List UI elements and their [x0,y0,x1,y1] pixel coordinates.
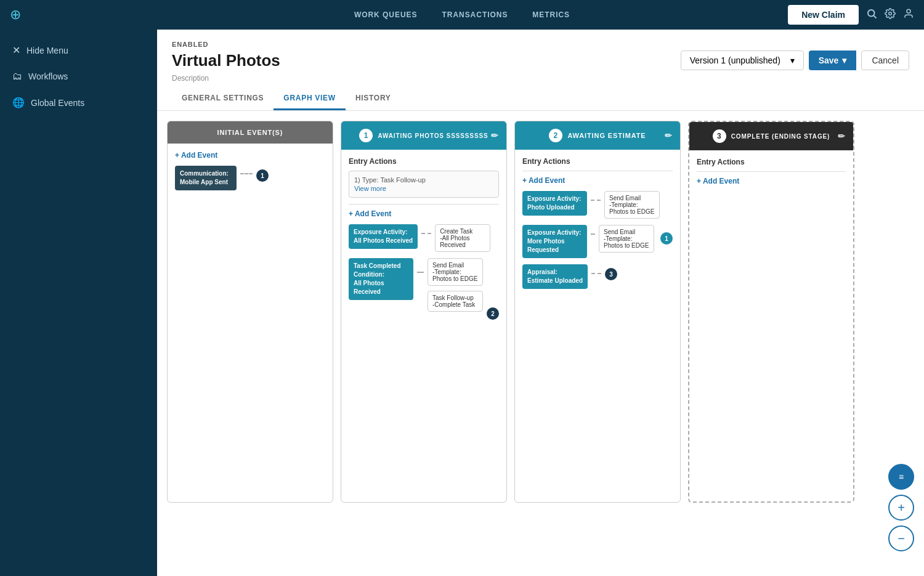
logo-icon: ⊕ [10,7,21,23]
sidebar: ✕ Hide Menu 🗂 Workflows 🌐 Global Events [0,30,157,576]
event-node-estimate-uploaded[interactable]: Appraisal:Estimate Uploaded [522,264,588,289]
sidebar-hide-menu-label: Hide Menu [26,46,68,55]
edit-icon-3[interactable]: ✏ [838,131,846,141]
global-events-icon: 🌐 [12,97,25,108]
user-icon[interactable] [903,8,914,22]
enabled-badge: ENABLED [172,41,909,48]
stage-awaiting2-header: 2 AWAITING ESTIMATE ✏ [515,121,680,150]
close-icon: ✕ [12,44,20,56]
search-icon[interactable] [866,8,877,22]
stage-complete-body: Entry Actions + Add Event [689,150,853,501]
event-node-comm[interactable]: Communication:Mobile App Sent [175,166,237,190]
outcome-nodes-3: Send Email-Template:Photos to EDGE [604,191,660,219]
stage-complete-title: COMPLETE (ENDING STAGE) [731,133,830,140]
entry-actions-label-3: Entry Actions [697,158,846,166]
event-row-photo-uploaded: Exposure Activity:Photo Uploaded Send Em… [522,191,673,219]
stage-complete: 3 COMPLETE (ENDING STAGE) ✏ Entry Action… [688,121,854,503]
view-more-1[interactable]: View more [354,185,493,192]
graph-view: INITIAL EVENT(S) + Add Event Communicati… [157,111,924,571]
stage-number-3: 3 [713,129,726,143]
event-node-task-completed[interactable]: Task CompletedCondition:All Photos Recei… [349,258,413,300]
stage-badge-1: 1 [256,169,269,182]
sidebar-hide-menu[interactable]: ✕ Hide Menu [0,37,157,63]
add-event-3[interactable]: + Add Event [697,177,846,185]
nav-transactions[interactable]: TRANSACTIONS [442,10,508,19]
stage-number-2: 2 [549,129,562,142]
nav-work-queues[interactable]: WORK QUEUES [354,10,418,19]
event-row-more-photos: Exposure Activity:More PhotosRequested S… [522,225,673,258]
event-row-task-completed: Task CompletedCondition:All Photos Recei… [349,258,499,320]
cancel-button[interactable]: Cancel [861,51,909,70]
new-claim-button[interactable]: New Claim [788,5,859,25]
header-actions: Version 1 (unpublished) ▾ Save ▾ Cancel [681,51,909,70]
outcome-nodes-4: Send Email-Template:Photos to EDGE [599,225,654,253]
save-button-group: Save ▾ [809,51,857,70]
version-selector[interactable]: Version 1 (unpublished) ▾ [681,51,804,70]
tab-graph-view[interactable]: GRAPH VIEW [274,87,346,110]
stage-badge-2: 2 [487,307,499,320]
svg-line-1 [873,15,876,18]
stage-initial-title: INITIAL EVENT(S) [217,129,283,136]
edit-icon-1[interactable]: ✏ [491,131,499,140]
fab-container: ≡ + − [888,464,914,551]
stage-awaiting2-title: AWAITING ESTIMATE [567,132,646,139]
chevron-down-icon-save: ▾ [842,55,846,65]
entry-actions-label-2: Entry Actions [522,157,673,166]
stage-awaiting1-body: Entry Actions 1) Type: Task Follow-up Vi… [341,150,506,502]
top-nav: ⊕ WORK QUEUES TRANSACTIONS METRICS New C… [0,0,924,30]
outcome-send-email-1[interactable]: Send Email-Template:Photos to EDGE [428,258,483,286]
stage-initial-header: INITIAL EVENT(S) [168,121,333,144]
event-row-0: Communication:Mobile App Sent 1 [175,166,325,190]
settings-icon[interactable] [885,8,896,22]
stage-badge-more-photos: 1 [660,232,673,245]
nav-metrics[interactable]: METRICS [532,10,570,19]
event-node-photo-uploaded[interactable]: Exposure Activity:Photo Uploaded [522,191,587,216]
add-event-initial[interactable]: + Add Event [175,151,325,160]
nav-center: WORK QUEUES TRANSACTIONS METRICS [354,10,570,19]
stage-badge-3: 3 [605,268,617,280]
svg-point-2 [889,12,892,15]
entry-actions-label-1: Entry Actions [349,157,499,166]
outcome-send-email-2[interactable]: Send Email-Template:Photos to EDGE [604,191,660,219]
edit-icon-2[interactable]: ✏ [665,131,673,140]
stage-awaiting1-header: 1 AWAITING PHOTOS SSSSSSSSS ✏ [341,121,506,150]
event-node-more-photos[interactable]: Exposure Activity:More PhotosRequested [522,225,587,258]
stage-awaiting1: 1 AWAITING PHOTOS SSSSSSSSS ✏ Entry Acti… [341,121,507,503]
sidebar-item-global-events[interactable]: 🌐 Global Events [0,89,157,116]
outcome-create-task[interactable]: Create Task-All PhotosReceived [435,224,490,252]
stage-complete-header: 3 COMPLETE (ENDING STAGE) ✏ [689,122,853,150]
stage-initial-body: + Add Event Communication:Mobile App Sen… [168,144,333,502]
version-label: Version 1 (unpublished) [690,55,780,65]
sidebar-workflows-label: Workflows [28,71,68,81]
outcome-nodes-2: Send Email-Template:Photos to EDGE Task … [428,258,483,312]
save-button[interactable]: Save ▾ [809,51,857,70]
event-row-exposure-photos: Exposure Activity:All Photos Received Cr… [349,224,499,252]
tabs: GENERAL SETTINGS GRAPH VIEW HISTORY [172,87,909,110]
stage-awaiting1-title: AWAITING PHOTOS SSSSSSSSS [378,132,488,139]
fab-zoom-out-button[interactable]: − [888,525,914,551]
sidebar-global-events-label: Global Events [31,98,84,108]
entry-actions-box-1: 1) Type: Task Follow-up View more [349,171,499,198]
svg-point-3 [907,9,910,13]
chevron-down-icon: ▾ [790,55,795,65]
workflows-icon: 🗂 [12,71,22,82]
fab-menu-button[interactable]: ≡ [888,464,914,490]
stage-initial: INITIAL EVENT(S) + Add Event Communicati… [167,121,333,503]
event-row-estimate-uploaded: Appraisal:Estimate Uploaded 3 [522,264,673,289]
svg-point-0 [868,10,875,17]
stage-awaiting2-body: Entry Actions + Add Event Exposure Activ… [515,150,680,502]
nav-right: New Claim [788,5,914,25]
tab-general-settings[interactable]: GENERAL SETTINGS [172,87,274,110]
event-node-exposure-photos[interactable]: Exposure Activity:All Photos Received [349,224,418,249]
outcome-send-email-3[interactable]: Send Email-Template:Photos to EDGE [599,225,654,253]
add-event-1[interactable]: + Add Event [349,209,499,218]
stage-number-1: 1 [359,129,373,142]
outcome-nodes-1: Create Task-All PhotosReceived [435,224,490,252]
entry-action-text-1: 1) Type: Task Follow-up [354,176,493,184]
tab-history[interactable]: HISTORY [346,87,401,110]
add-event-2[interactable]: + Add Event [522,176,673,185]
fab-zoom-in-button[interactable]: + [888,495,914,521]
main-header: ENABLED Virtual Photos Version 1 (unpubl… [157,30,924,111]
sidebar-item-workflows[interactable]: 🗂 Workflows [0,63,157,89]
outcome-task-followup[interactable]: Task Follow-up-Complete Task [428,291,483,312]
